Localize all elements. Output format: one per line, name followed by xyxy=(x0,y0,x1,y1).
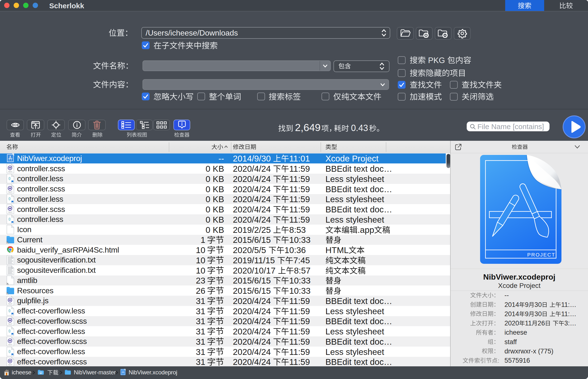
svg-text:TEXT: TEXT xyxy=(8,323,13,325)
svg-text:{}: {} xyxy=(9,329,11,332)
svg-text:PROJECT: PROJECT xyxy=(527,252,555,257)
svg-text:{}: {} xyxy=(9,349,11,353)
svg-text:{}: {} xyxy=(9,197,11,200)
svg-text:{}: {} xyxy=(9,217,11,221)
svg-text:TEXT: TEXT xyxy=(8,364,13,366)
svg-text:TEXT: TEXT xyxy=(8,211,13,213)
svg-text:{}: {} xyxy=(9,176,11,180)
svg-text:TEXT: TEXT xyxy=(8,191,13,193)
svg-text:TEXT: TEXT xyxy=(8,344,13,345)
svg-text:TEXT: TEXT xyxy=(8,171,13,173)
svg-text:{}: {} xyxy=(9,309,11,312)
svg-text:TEXT: TEXT xyxy=(8,303,13,305)
